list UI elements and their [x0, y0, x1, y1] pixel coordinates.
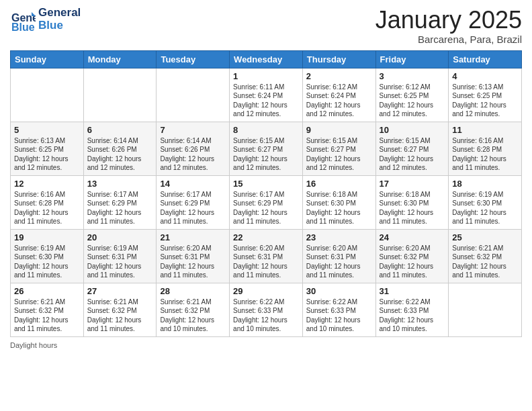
logo: General Blue General Blue: [10, 7, 81, 32]
day-cell: 7Sunrise: 6:14 AM Sunset: 6:26 PM Daylig…: [157, 122, 230, 175]
title-block: January 2025 Barcarena, Para, Brazil: [375, 7, 522, 45]
day-cell: 13Sunrise: 6:17 AM Sunset: 6:29 PM Dayli…: [83, 175, 157, 229]
day-number: 19: [14, 232, 80, 242]
day-number: 31: [380, 286, 445, 296]
day-cell: 18Sunrise: 6:19 AM Sunset: 6:30 PM Dayli…: [449, 175, 522, 229]
day-cell: [157, 68, 230, 122]
week-row-1: 5Sunrise: 6:13 AM Sunset: 6:25 PM Daylig…: [11, 122, 522, 175]
day-number: 3: [380, 71, 445, 81]
day-cell: 14Sunrise: 6:17 AM Sunset: 6:29 PM Dayli…: [157, 175, 230, 229]
day-number: 13: [87, 179, 153, 189]
day-number: 24: [380, 232, 445, 242]
weekday-header-row: SundayMondayTuesdayWednesdayThursdayFrid…: [11, 50, 522, 68]
week-row-2: 12Sunrise: 6:16 AM Sunset: 6:28 PM Dayli…: [11, 175, 522, 229]
day-info: Sunrise: 6:21 AM Sunset: 6:32 PM Dayligh…: [14, 298, 80, 334]
day-info: Sunrise: 6:16 AM Sunset: 6:28 PM Dayligh…: [14, 190, 80, 226]
day-number: 20: [87, 232, 153, 242]
day-info: Sunrise: 6:13 AM Sunset: 6:25 PM Dayligh…: [14, 136, 80, 173]
day-cell: 3Sunrise: 6:12 AM Sunset: 6:25 PM Daylig…: [375, 68, 449, 122]
footer: Daylight hours: [10, 341, 522, 349]
day-number: 16: [306, 179, 372, 189]
day-info: Sunrise: 6:15 AM Sunset: 6:27 PM Dayligh…: [380, 136, 445, 173]
day-cell: 27Sunrise: 6:21 AM Sunset: 6:32 PM Dayli…: [83, 283, 157, 336]
day-cell: [449, 283, 522, 336]
day-info: Sunrise: 6:20 AM Sunset: 6:31 PM Dayligh…: [233, 244, 299, 280]
day-cell: 12Sunrise: 6:16 AM Sunset: 6:28 PM Dayli…: [11, 175, 84, 229]
day-cell: 24Sunrise: 6:20 AM Sunset: 6:32 PM Dayli…: [375, 229, 449, 283]
day-info: Sunrise: 6:22 AM Sunset: 6:33 PM Dayligh…: [380, 298, 445, 334]
day-cell: 17Sunrise: 6:18 AM Sunset: 6:30 PM Dayli…: [375, 175, 449, 229]
day-number: 9: [306, 125, 372, 135]
day-number: 28: [160, 286, 226, 296]
day-number: 6: [87, 125, 153, 135]
day-number: 10: [380, 125, 445, 135]
logo-general: General: [38, 7, 81, 19]
calendar-table: SundayMondayTuesdayWednesdayThursdayFrid…: [10, 50, 522, 337]
day-info: Sunrise: 6:21 AM Sunset: 6:32 PM Dayligh…: [452, 244, 518, 280]
day-cell: 28Sunrise: 6:21 AM Sunset: 6:32 PM Dayli…: [157, 283, 230, 336]
logo-icon: General Blue: [10, 7, 36, 32]
day-number: 22: [233, 232, 299, 242]
day-number: 26: [14, 286, 80, 296]
day-info: Sunrise: 6:17 AM Sunset: 6:29 PM Dayligh…: [160, 190, 226, 226]
day-info: Sunrise: 6:17 AM Sunset: 6:29 PM Dayligh…: [233, 190, 299, 226]
day-number: 1: [233, 71, 299, 81]
day-cell: 10Sunrise: 6:15 AM Sunset: 6:27 PM Dayli…: [375, 122, 449, 175]
day-info: Sunrise: 6:22 AM Sunset: 6:33 PM Dayligh…: [233, 298, 299, 334]
day-info: Sunrise: 6:19 AM Sunset: 6:30 PM Dayligh…: [452, 190, 518, 226]
day-number: 14: [160, 179, 226, 189]
weekday-saturday: Saturday: [449, 50, 522, 68]
logo-blue: Blue: [38, 19, 81, 32]
day-cell: 19Sunrise: 6:19 AM Sunset: 6:30 PM Dayli…: [11, 229, 84, 283]
day-info: Sunrise: 6:17 AM Sunset: 6:29 PM Dayligh…: [87, 190, 153, 226]
day-cell: 8Sunrise: 6:15 AM Sunset: 6:27 PM Daylig…: [230, 122, 303, 175]
header: General Blue General Blue January 2025 B…: [10, 7, 522, 45]
day-number: 2: [306, 71, 372, 81]
day-info: Sunrise: 6:18 AM Sunset: 6:30 PM Dayligh…: [380, 190, 445, 226]
day-info: Sunrise: 6:15 AM Sunset: 6:27 PM Dayligh…: [233, 136, 299, 173]
day-info: Sunrise: 6:12 AM Sunset: 6:24 PM Dayligh…: [306, 83, 372, 119]
day-info: Sunrise: 6:20 AM Sunset: 6:32 PM Dayligh…: [380, 244, 445, 280]
day-cell: 29Sunrise: 6:22 AM Sunset: 6:33 PM Dayli…: [230, 283, 303, 336]
day-cell: 16Sunrise: 6:18 AM Sunset: 6:30 PM Dayli…: [302, 175, 375, 229]
weekday-tuesday: Tuesday: [157, 50, 230, 68]
day-cell: 30Sunrise: 6:22 AM Sunset: 6:33 PM Dayli…: [302, 283, 375, 336]
day-info: Sunrise: 6:14 AM Sunset: 6:26 PM Dayligh…: [160, 136, 226, 173]
weekday-monday: Monday: [83, 50, 157, 68]
day-number: 23: [306, 232, 372, 242]
page: General Blue General Blue January 2025 B…: [0, 0, 532, 411]
day-info: Sunrise: 6:12 AM Sunset: 6:25 PM Dayligh…: [380, 83, 445, 119]
day-number: 18: [452, 179, 518, 189]
day-number: 21: [160, 232, 226, 242]
day-cell: 2Sunrise: 6:12 AM Sunset: 6:24 PM Daylig…: [302, 68, 375, 122]
day-number: 15: [233, 179, 299, 189]
day-cell: 9Sunrise: 6:15 AM Sunset: 6:27 PM Daylig…: [302, 122, 375, 175]
day-cell: 5Sunrise: 6:13 AM Sunset: 6:25 PM Daylig…: [11, 122, 84, 175]
day-info: Sunrise: 6:20 AM Sunset: 6:31 PM Dayligh…: [160, 244, 226, 280]
weekday-sunday: Sunday: [11, 50, 84, 68]
day-cell: 23Sunrise: 6:20 AM Sunset: 6:31 PM Dayli…: [302, 229, 375, 283]
day-number: 17: [380, 179, 445, 189]
day-cell: 15Sunrise: 6:17 AM Sunset: 6:29 PM Dayli…: [230, 175, 303, 229]
day-info: Sunrise: 6:16 AM Sunset: 6:28 PM Dayligh…: [452, 136, 518, 173]
weekday-wednesday: Wednesday: [230, 50, 303, 68]
day-number: 8: [233, 125, 299, 135]
day-number: 29: [233, 286, 299, 296]
day-cell: 4Sunrise: 6:13 AM Sunset: 6:25 PM Daylig…: [449, 68, 522, 122]
weekday-friday: Friday: [375, 50, 449, 68]
day-number: 5: [14, 125, 80, 135]
day-cell: 22Sunrise: 6:20 AM Sunset: 6:31 PM Dayli…: [230, 229, 303, 283]
day-info: Sunrise: 6:20 AM Sunset: 6:31 PM Dayligh…: [306, 244, 372, 280]
day-info: Sunrise: 6:11 AM Sunset: 6:24 PM Dayligh…: [233, 83, 299, 119]
day-number: 30: [306, 286, 372, 296]
day-info: Sunrise: 6:15 AM Sunset: 6:27 PM Dayligh…: [306, 136, 372, 173]
daylight-hours-label: Daylight hours: [10, 341, 57, 349]
calendar-location: Barcarena, Para, Brazil: [375, 34, 522, 45]
week-row-0: 1Sunrise: 6:11 AM Sunset: 6:24 PM Daylig…: [11, 68, 522, 122]
day-cell: 11Sunrise: 6:16 AM Sunset: 6:28 PM Dayli…: [449, 122, 522, 175]
day-cell: [11, 68, 84, 122]
day-cell: 31Sunrise: 6:22 AM Sunset: 6:33 PM Dayli…: [375, 283, 449, 336]
week-row-4: 26Sunrise: 6:21 AM Sunset: 6:32 PM Dayli…: [11, 283, 522, 336]
day-info: Sunrise: 6:21 AM Sunset: 6:32 PM Dayligh…: [160, 298, 226, 334]
day-info: Sunrise: 6:14 AM Sunset: 6:26 PM Dayligh…: [87, 136, 153, 173]
